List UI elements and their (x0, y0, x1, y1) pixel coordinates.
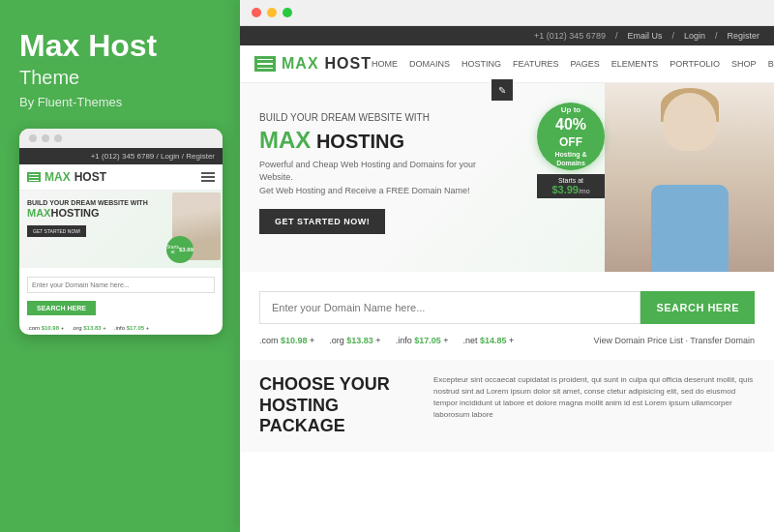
mobile-hero-bold: HOSTING (50, 207, 99, 219)
logo-bar-3 (29, 180, 39, 181)
domain-search-button[interactable]: SEARCH HERE (640, 291, 755, 324)
mobile-price-info: .info $17.05 + (114, 325, 150, 331)
price-com: .com $10.98 + (259, 336, 314, 345)
badge-percent: 40% (555, 115, 586, 135)
site-logo-icon (254, 56, 276, 72)
domain-prices: .com $10.98 + .org $13.83 + .info $17.05… (259, 336, 755, 345)
badge-starts: Starts at $3.99/mo (537, 174, 605, 198)
badge-price: $3.99 (551, 184, 579, 195)
site-logo: MAXHOST (254, 55, 372, 73)
ham-line-3 (201, 180, 215, 182)
mobile-topbar: +1 (012) 345 6789 / Login / Register (19, 148, 223, 164)
nav-portfolio[interactable]: PORTFOLIO (670, 59, 720, 69)
browser-dot-red[interactable] (252, 8, 261, 17)
logo-bar-2 (29, 177, 39, 178)
browser-dot-yellow[interactable] (267, 8, 277, 17)
mobile-price-com: .com $10.98 + (27, 325, 64, 331)
price-org: .org $13.83 + (329, 336, 380, 345)
theme-author: By Fluent-Themes (19, 95, 221, 109)
badge-mo: /mo (579, 188, 590, 194)
mobile-logo-max: MAX (45, 170, 71, 184)
site-navbar: MAXHOST HOME DOMAINS HOSTING FEATURES PA… (240, 45, 774, 83)
nav-home[interactable]: HOME (372, 59, 398, 69)
theme-subtitle: Theme (19, 67, 221, 89)
site-nav-links: HOME DOMAINS HOSTING FEATURES PAGES ELEM… (372, 59, 774, 69)
mobile-hero: BUILD YOUR DREAM WEBSITE WITH MAXHOSTING… (19, 191, 223, 268)
hero-cta-button[interactable]: GET STARTED NOW! (259, 209, 385, 234)
topbar-separator-3: / (715, 31, 718, 41)
topbar-login-link[interactable]: Login (684, 31, 705, 41)
domain-view-link[interactable]: View Domain Price List · Transfer Domain (594, 336, 755, 345)
mobile-logo-icon (27, 172, 41, 182)
hosting-title-line2: HOSTING PACKAGE (259, 396, 414, 437)
nav-pages[interactable]: PAGES (570, 59, 599, 69)
dot-3 (54, 134, 62, 142)
person-face (663, 93, 716, 151)
site-logo-max: MAX (282, 55, 319, 73)
hero-desc-2: Get Web Hosting and Receive a FREE Domai… (259, 186, 469, 195)
nav-blog[interactable]: BLOG (768, 59, 774, 69)
domain-section: SEARCH HERE .com $10.98 + .org $13.83 + … (240, 272, 774, 360)
hero-content: BUILD YOUR DREAM WEBSITE WITH MAX HOSTIN… (259, 112, 532, 234)
browser-chrome (240, 0, 774, 26)
mobile-badge-starts: Starts at (166, 245, 179, 255)
logo-bar-m1 (257, 59, 273, 60)
badge-off: OFF (559, 135, 582, 151)
mobile-prices: .com $10.98 + .org $13.83 + .info $17.05… (19, 321, 223, 335)
hero-badge-container: Up to 40% OFF Hosting &Domains Starts at… (537, 103, 605, 198)
hero-small-text: BUILD YOUR DREAM WEBSITE WITH (259, 112, 532, 123)
person-background (605, 83, 774, 272)
ham-line-2 (201, 176, 215, 178)
hero-title-green: MAX (259, 127, 311, 153)
hero-desc-1: Powerful and Cheap Web Hosting and Domai… (259, 160, 476, 183)
person-body (651, 185, 729, 272)
logo-bar-1 (29, 174, 39, 175)
dot-1 (29, 134, 37, 142)
nav-features[interactable]: FEATURES (513, 59, 558, 69)
mobile-dots (19, 129, 223, 148)
mobile-logo: MAXHOST (27, 170, 106, 184)
hosting-package-title: CHOOSE YOUR HOSTING PACKAGE (259, 374, 414, 437)
badge-sub: Hosting &Domains (554, 150, 586, 167)
mobile-domain-input[interactable] (27, 277, 215, 293)
ham-line-1 (201, 172, 215, 174)
mobile-cta-button[interactable]: GET STARTED NOW! (27, 225, 86, 237)
left-panel: Max Host Theme By Fluent-Themes +1 (012)… (0, 0, 240, 532)
topbar-separator-2: / (671, 31, 674, 41)
hero-person-image (605, 83, 774, 272)
topbar-register-link[interactable]: Register (727, 31, 759, 41)
mobile-nav: MAXHOST (19, 164, 223, 191)
dot-2 (42, 134, 49, 142)
logo-bar-m3 (257, 68, 273, 69)
topbar-phone: +1 (012) 345 6789 (534, 31, 606, 41)
domain-search-input[interactable] (259, 291, 640, 324)
domain-search-bar: SEARCH HERE (259, 291, 755, 324)
bottom-section: CHOOSE YOUR HOSTING PACKAGE Excepteur si… (240, 360, 774, 452)
hero-description: Powerful and Cheap Web Hosting and Domai… (259, 159, 491, 198)
nav-shop[interactable]: SHOP (731, 59, 757, 69)
hero-title-bold: HOSTING (311, 131, 404, 152)
nav-domains[interactable]: DOMAINS (409, 59, 450, 69)
site-logo-host: HOST (325, 55, 372, 73)
topbar-separator-1: / (615, 31, 618, 41)
logo-bar-m2 (257, 63, 273, 64)
site-hero: BUILD YOUR DREAM WEBSITE WITH MAX HOSTIN… (240, 83, 774, 272)
edit-button[interactable]: ✎ (491, 79, 513, 101)
badge-starts-label: Starts at (545, 177, 597, 184)
mobile-mockup: +1 (012) 345 6789 / Login / Register MAX… (19, 129, 223, 335)
nav-hosting[interactable]: HOSTING (461, 59, 501, 69)
hosting-description: Excepteur sint occaecat cupidatat is pro… (433, 374, 755, 437)
mobile-price-org: .org $13.83 + (72, 325, 106, 331)
nav-elements[interactable]: ELEMENTS (611, 59, 659, 69)
right-panel: +1 (012) 345 6789 / Email Us / Login / R… (240, 0, 774, 532)
mobile-hero-badge: Starts at $3.99 (166, 236, 194, 263)
hero-discount-badge: Up to 40% OFF Hosting &Domains (537, 103, 605, 170)
mobile-badge-price: $3.99 (179, 247, 194, 253)
mobile-search-button[interactable]: SEARCH HERE (27, 301, 96, 315)
browser-dot-green[interactable] (283, 8, 292, 17)
topbar-email-link[interactable]: Email Us (627, 31, 662, 41)
mobile-domain-section: SEARCH HERE (19, 268, 223, 321)
mobile-hero-green: MAX (27, 207, 50, 219)
hamburger-icon[interactable] (201, 172, 215, 182)
price-net: .net $14.85 + (462, 336, 514, 345)
